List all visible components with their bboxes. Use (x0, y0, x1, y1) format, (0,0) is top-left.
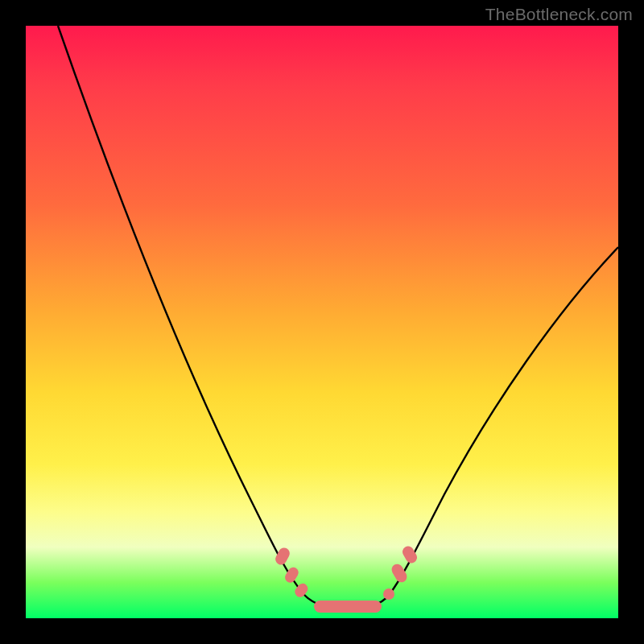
marker-right-knee-lower (390, 562, 409, 584)
curve-layer (26, 26, 618, 618)
chart-frame: TheBottleneck.com (0, 0, 644, 644)
watermark-text: TheBottleneck.com (485, 5, 633, 24)
plot-area (26, 26, 618, 618)
bottleneck-curve (58, 26, 618, 609)
marker-trough-bar (314, 601, 382, 613)
curve-markers (274, 544, 419, 613)
marker-right-dot (383, 588, 394, 600)
